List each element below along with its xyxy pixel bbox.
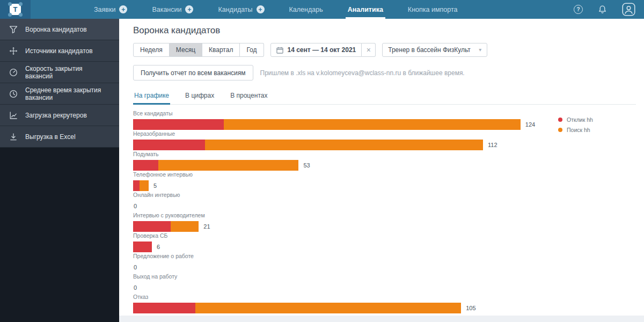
vacancy-select[interactable]: Тренер в бассейн ФизКульт ▾ (382, 43, 487, 57)
topbar-icons: ? (574, 0, 644, 19)
period-button[interactable]: Месяц (170, 43, 202, 57)
download-icon (9, 133, 18, 141)
view-tab[interactable]: В процентах (229, 89, 268, 104)
clock-icon (9, 90, 18, 98)
sidebar-item[interactable]: Источники кандидатов (0, 40, 119, 62)
talantix-logo-icon: T (10, 4, 21, 15)
chart-category-label: Подумать (133, 151, 636, 158)
date-range-button[interactable]: 14 сент — 14 окт 2021 (270, 43, 362, 57)
plus-icon[interactable]: + (185, 5, 193, 13)
stacked-bar[interactable] (133, 140, 483, 150)
bar-segment-otklik-hh[interactable] (133, 180, 140, 191)
chart-row: Отказ 105 (133, 294, 636, 314)
view-tabs: На графикеВ цифрахВ процентах (133, 89, 636, 105)
chart-row: Выход на работу 0 (133, 273, 636, 294)
sidebar-item-label: Выгрузка в Excel (25, 133, 76, 141)
view-tab[interactable]: В цифрах (184, 89, 215, 104)
chart-icon (9, 111, 18, 120)
sidebar-item[interactable]: Воронка кандидатов (0, 19, 119, 40)
stacked-bar[interactable] (133, 221, 199, 232)
sidebar-item-label: Скорость закрытия вакансий (25, 65, 110, 80)
chart-legend: Отклик hh Поиск hh (558, 116, 593, 133)
bar-segment-otklik-hh[interactable] (133, 241, 152, 252)
topbar: T Заявки + Вакансии + Кандидаты + Календ… (0, 0, 644, 19)
chart-row: Телефонное интервью 5 (133, 171, 636, 192)
view-tab[interactable]: На графике (133, 89, 170, 104)
stacked-bar[interactable] (133, 241, 152, 252)
sidebar-item-label: Источники кандидатов (25, 47, 93, 55)
chart-category-label: Выход на работу (133, 273, 636, 280)
speed-icon (9, 68, 18, 77)
stacked-bar[interactable] (133, 119, 521, 130)
report-button[interactable]: Получить отчет по всем вакансиям (133, 65, 253, 80)
bar-segment-otklik-hh[interactable] (133, 119, 224, 130)
bar-segment-poisk-hh[interactable] (224, 119, 521, 130)
sidebar-item[interactable]: Выгрузка в Excel (0, 126, 119, 148)
sidebar-item[interactable]: Среднее время закрытия вакансии (0, 83, 119, 105)
profile-button[interactable] (622, 3, 635, 16)
sidebar-item[interactable]: Загрузка рекрутеров (0, 105, 119, 126)
sources-icon (9, 47, 18, 55)
chart-value-label: 105 (466, 305, 475, 311)
clear-date-button[interactable]: × (362, 43, 376, 57)
app-logo[interactable]: T (0, 0, 31, 19)
legend-label: Отклик hh (567, 116, 593, 123)
bar-segment-otklik-hh[interactable] (133, 303, 195, 313)
bar-segment-poisk-hh[interactable] (140, 180, 149, 191)
nav-item[interactable]: Календарь (289, 0, 323, 19)
period-button[interactable]: Неделя (133, 43, 170, 57)
nav-item[interactable]: Заявки + (94, 0, 127, 19)
period-button[interactable]: Квартал (202, 43, 240, 57)
plus-icon[interactable]: + (257, 5, 265, 13)
legend-item: Отклик hh (558, 116, 593, 123)
bar-segment-otklik-hh[interactable] (133, 140, 205, 150)
chart-row: Проверка СБ 6 (133, 232, 636, 253)
nav-item[interactable]: Кандидаты + (218, 0, 264, 19)
nav-item[interactable]: Вакансии + (152, 0, 193, 19)
chart-category-label: Телефонное интервью (133, 171, 636, 178)
bar-segment-poisk-hh[interactable] (205, 140, 483, 150)
nav-item[interactable]: Аналитика (348, 0, 383, 19)
chart-row: Неразобранные 112 (133, 130, 636, 151)
bar-segment-otklik-hh[interactable] (133, 221, 171, 232)
stacked-bar[interactable] (133, 160, 298, 171)
legend-dot-icon (558, 128, 562, 132)
chart-value-label: 53 (303, 162, 310, 169)
main-nav: Заявки + Вакансии + Кандидаты + Календар… (94, 0, 457, 19)
chart-value-label: 0 (134, 284, 137, 291)
legend-dot-icon (558, 118, 562, 122)
chart-value-label: 5 (153, 182, 157, 189)
funnel-icon (9, 25, 18, 34)
stacked-bar[interactable] (133, 303, 461, 313)
bar-segment-poisk-hh[interactable] (158, 160, 299, 171)
bar-segment-otklik-hh[interactable] (133, 160, 158, 171)
legend-item: Поиск hh (558, 127, 593, 133)
chart-row: Интервью с руководителем 21 (133, 212, 636, 232)
sidebar-item-label: Среднее время закрытия вакансии (25, 86, 110, 101)
chart-value-label: 6 (157, 244, 160, 250)
sidebar-item[interactable]: Скорость закрытия вакансий (0, 62, 119, 83)
period-segmented-control: НеделяМесяцКварталГод (133, 43, 264, 57)
bar-segment-poisk-hh[interactable] (171, 221, 199, 232)
content: Воронка кандидатов НеделяМесяцКварталГод… (119, 19, 644, 316)
nav-item-label: Заявки (94, 6, 115, 13)
nav-item-label: Аналитика (348, 6, 383, 13)
nav-item-label: Кнопка импорта (408, 6, 458, 13)
bell-icon (598, 5, 607, 14)
chart-category-label: Онлайн интервью (133, 192, 636, 199)
nav-item[interactable]: Кнопка импорта (408, 0, 458, 19)
stacked-bar[interactable] (133, 180, 149, 191)
plus-icon[interactable]: + (119, 5, 127, 13)
notifications-button[interactable] (598, 5, 607, 14)
report-row: Получить отчет по всем вакансиям Пришлем… (133, 65, 636, 80)
date-range-value: 14 сент — 14 окт 2021 (288, 46, 356, 54)
date-range-control: 14 сент — 14 окт 2021 × (270, 43, 376, 57)
chart-value-label: 124 (525, 121, 535, 128)
report-hint: Пришлем в .xls на v.kolomeyceva@wclass-n… (260, 69, 465, 77)
help-button[interactable]: ? (574, 5, 583, 14)
chart-category-label: Предложение о работе (133, 253, 636, 260)
period-button[interactable]: Год (240, 43, 264, 57)
filter-row: НеделяМесяцКварталГод 14 сент — 14 окт 2… (133, 43, 636, 57)
bar-segment-poisk-hh[interactable] (195, 303, 461, 313)
chart-value-label: 0 (134, 264, 137, 270)
